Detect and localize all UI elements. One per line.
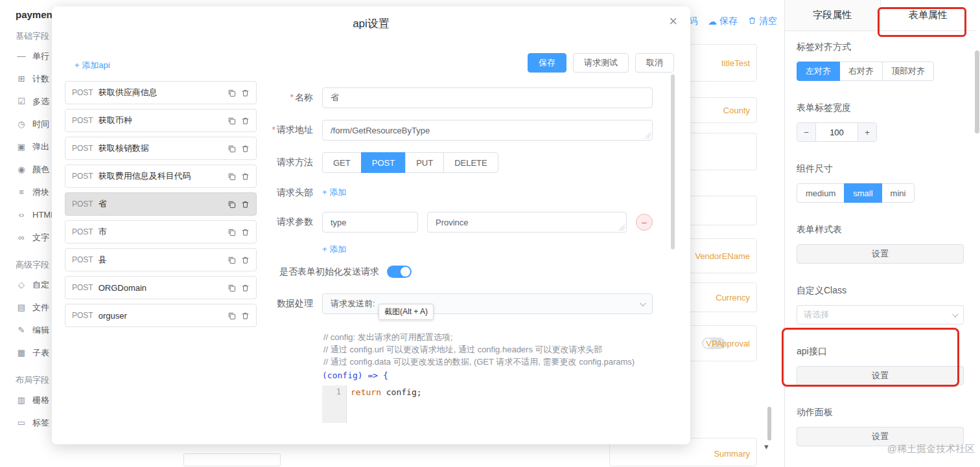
color-picker-icon: ◉ — [16, 165, 27, 174]
copy-icon[interactable] — [228, 256, 236, 264]
code-line[interactable]: return config; — [347, 385, 653, 423]
sidebar-item-label: 弹出 — [32, 141, 49, 153]
chevron-down-icon[interactable]: ▾ — [764, 442, 769, 451]
slider-icon: ≡ — [16, 187, 27, 197]
cancel-button[interactable]: 取消 — [635, 53, 674, 73]
label-width-value[interactable]: 100 — [816, 123, 858, 141]
custom-class-select[interactable]: 请选择 — [797, 305, 964, 325]
method-delete-button[interactable]: DELETE — [443, 152, 498, 173]
api-list-item[interactable]: POST ORGDomain — [65, 276, 257, 299]
stylesheet-settings-button[interactable]: 设置 — [797, 244, 964, 264]
name-input[interactable] — [322, 87, 653, 108]
copy-icon[interactable] — [228, 172, 236, 181]
delete-icon[interactable] — [241, 117, 250, 125]
delete-icon[interactable] — [241, 144, 250, 153]
required-mark: * — [272, 124, 275, 135]
size-mini-button[interactable]: mini — [881, 183, 915, 203]
copy-icon[interactable] — [228, 117, 236, 125]
tab-field-properties[interactable]: 字段属性 — [785, 0, 881, 30]
page-scrollbar[interactable] — [975, 51, 979, 133]
api-list-item[interactable]: POST 获取费用信息及科目代码 — [65, 165, 257, 188]
delete-icon[interactable] — [241, 172, 250, 181]
chevron-down-icon — [952, 311, 959, 317]
method-put-button[interactable]: PUT — [405, 152, 444, 173]
api-list-item[interactable]: POST 获取核销数据 — [65, 137, 257, 160]
remove-param-button[interactable]: − — [636, 214, 653, 231]
init-request-toggle[interactable] — [387, 266, 412, 278]
app-root: payment 基础字段 ― 单行 ⊞ 计数 ☑ 多选 ◷ 时间 ▣ 弹出 ◉ … — [0, 0, 980, 467]
api-list-item-selected[interactable]: POST 省 — [65, 192, 257, 216]
comment-line: // 通过 config.data 可以更改发送的数据, (GET 请求不适用,… — [323, 356, 653, 368]
delete-icon[interactable] — [241, 89, 250, 97]
api-list-item[interactable]: POST 市 — [65, 220, 257, 244]
save-button[interactable]: 保存 — [528, 53, 566, 73]
keyword: return — [351, 387, 381, 397]
row-headers: 请求头部 + 添加 — [266, 185, 653, 199]
align-right-button[interactable]: 右对齐 — [839, 62, 883, 81]
delete-icon[interactable] — [241, 312, 250, 320]
copy-icon[interactable] — [228, 200, 236, 209]
delete-icon[interactable] — [241, 228, 250, 236]
add-param-button[interactable]: + 添加 — [322, 244, 346, 255]
api-list-item[interactable]: POST orguser — [65, 304, 257, 327]
field-label: VPApproval — [706, 339, 750, 348]
size-small-button[interactable]: small — [844, 183, 881, 203]
canvas-scrollbar[interactable] — [767, 407, 771, 440]
param-key-input[interactable] — [322, 212, 418, 233]
url-input[interactable] — [322, 120, 653, 141]
label-align-group: 左对齐 右对齐 顶部对齐 — [797, 62, 934, 81]
sidebar-item-label: 多选 — [32, 96, 49, 108]
copy-icon[interactable] — [228, 284, 236, 292]
decrement-button[interactable]: − — [797, 123, 816, 141]
close-icon[interactable]: × — [669, 14, 677, 28]
label-width-title: 表单标签宽度 — [797, 102, 964, 114]
api-list-item[interactable]: POST 获取供应商信息 — [65, 81, 257, 104]
request-test-button[interactable]: 请求测试 — [573, 53, 629, 73]
delete-icon[interactable] — [241, 200, 250, 209]
tab-icon: ▭ — [16, 418, 27, 427]
properties-tabs: 字段属性 表单属性 — [785, 0, 975, 31]
api-list-item[interactable]: POST 县 — [65, 248, 257, 271]
dialog-actions: 保存 请求测试 取消 — [528, 53, 674, 73]
api-list-item[interactable]: POST 获取币种 — [65, 109, 257, 132]
increment-button[interactable]: + — [858, 123, 876, 141]
checkbox-icon: ☑ — [16, 97, 27, 106]
align-top-button[interactable]: 顶部对齐 — [882, 62, 934, 81]
section-custom-class: 自定义Class 请选择 — [797, 285, 964, 325]
tab-form-properties[interactable]: 表单属性 — [881, 0, 976, 30]
sidebar-item-label: 文件 — [32, 302, 49, 313]
align-left-button[interactable]: 左对齐 — [797, 62, 840, 81]
dialog-scrollbar[interactable] — [671, 74, 675, 249]
delete-icon[interactable] — [241, 284, 250, 292]
copy-icon[interactable] — [228, 312, 236, 320]
row-params: 请求参数 − — [266, 212, 653, 233]
api-settings-button[interactable]: 设置 — [797, 366, 964, 385]
sidebar-item-label: 颜色 — [32, 164, 49, 176]
api-settings-dialog: api设置 × + 添加api 保存 请求测试 取消 POST 获取供应商信息 … — [52, 6, 690, 444]
method-label: 请求方法 — [277, 157, 313, 167]
field-label: Currency — [716, 293, 750, 302]
clear-form-button[interactable]: 清空 — [748, 16, 777, 27]
method-get-button[interactable]: GET — [322, 152, 362, 173]
row-init-request: 是否表单初始化发送请求 — [266, 266, 653, 278]
copy-icon[interactable] — [228, 89, 236, 97]
add-api-button[interactable]: + 添加api — [75, 60, 110, 71]
method-post-button[interactable]: POST — [361, 152, 406, 173]
hook-collapse-header[interactable]: 请求发送前: — [322, 293, 653, 314]
field-label: Summary — [714, 449, 750, 459]
init-request-label: 是否表单初始化发送请求 — [279, 266, 379, 278]
api-title: api接口 — [797, 346, 964, 358]
size-medium-button[interactable]: medium — [797, 183, 845, 203]
trash-icon — [748, 16, 756, 27]
delete-icon[interactable] — [241, 256, 250, 264]
pencil-icon: ✎ — [16, 325, 27, 335]
custom-icon: ◇ — [16, 280, 27, 290]
param-value-input[interactable] — [427, 212, 627, 233]
copy-icon[interactable] — [228, 144, 236, 153]
counter-icon: ⊞ — [16, 74, 27, 84]
copy-icon[interactable] — [228, 228, 236, 236]
save-form-button[interactable]: ☁ 保存 — [708, 16, 738, 27]
code-editor[interactable]: 1 return config; — [322, 385, 653, 423]
add-header-button[interactable]: + 添加 — [322, 185, 346, 198]
properties-panel: 字段属性 表单属性 标签对齐方式 左对齐 右对齐 顶部对齐 表单标签宽度 − 1… — [784, 0, 975, 467]
